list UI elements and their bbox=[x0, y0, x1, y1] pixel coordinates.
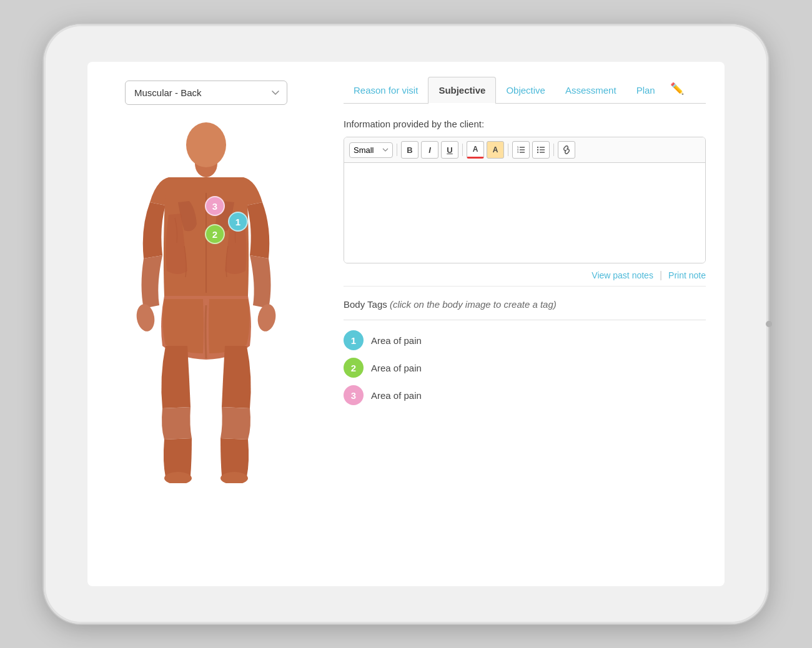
side-button bbox=[766, 321, 772, 327]
view-past-notes-link[interactable]: View past notes bbox=[592, 270, 653, 280]
tag-text-3: Area of pain bbox=[371, 390, 422, 401]
svg-point-1 bbox=[186, 122, 226, 167]
toolbar-divider-4 bbox=[553, 144, 554, 156]
tab-plan[interactable]: Plan bbox=[626, 77, 665, 103]
tablet-device: Muscular - Back Muscular - Front Skeleta… bbox=[44, 24, 768, 624]
print-note-link[interactable]: Print note bbox=[668, 270, 706, 280]
tag-item-3: 3 Area of pain bbox=[344, 385, 706, 405]
body-tags-divider bbox=[344, 320, 706, 320]
tag-text-2: Area of pain bbox=[371, 363, 422, 373]
body-image bbox=[122, 121, 290, 483]
tab-reason-for-visit[interactable]: Reason for visit bbox=[344, 77, 428, 103]
tag-badge-2[interactable]: 2 bbox=[344, 358, 364, 378]
tabs-container: Reason for visit Subjective Objective As… bbox=[344, 74, 706, 104]
text-color-button[interactable]: A bbox=[467, 141, 484, 159]
right-panel: Reason for visit Subjective Objective As… bbox=[325, 62, 725, 586]
tag-badge-1[interactable]: 1 bbox=[344, 330, 364, 350]
body-tags-section: Body Tags (click on the body image to cr… bbox=[344, 299, 706, 405]
tab-objective[interactable]: Objective bbox=[496, 77, 555, 103]
body-tags-subtitle: (click on the body image to create a tag… bbox=[390, 299, 557, 310]
tag-item-1: 1 Area of pain bbox=[344, 330, 706, 350]
toolbar-divider-2 bbox=[462, 144, 463, 156]
editor-content-area[interactable] bbox=[344, 163, 705, 263]
svg-point-16 bbox=[537, 147, 538, 148]
body-tag-3-on-image[interactable]: 3 bbox=[205, 196, 225, 216]
info-label: Information provided by the client: bbox=[344, 119, 706, 129]
unordered-list-button[interactable] bbox=[532, 141, 550, 159]
body-image-container[interactable]: 1 2 3 bbox=[112, 115, 300, 489]
svg-text:3.: 3. bbox=[517, 151, 519, 154]
text-editor: Small Normal Large Huge B I U A A bbox=[344, 137, 706, 263]
toolbar-divider-1 bbox=[397, 144, 397, 156]
link-divider: | bbox=[660, 270, 662, 281]
body-tags-title: Body Tags (click on the body image to cr… bbox=[344, 299, 706, 310]
italic-button[interactable]: I bbox=[421, 141, 438, 159]
tag-text-1: Area of pain bbox=[371, 335, 422, 346]
left-panel: Muscular - Back Muscular - Front Skeleta… bbox=[87, 62, 325, 586]
ordered-list-button[interactable]: 1. 2. 3. bbox=[512, 141, 530, 159]
highlight-button[interactable]: A bbox=[487, 141, 504, 159]
underline-button[interactable]: U bbox=[441, 141, 458, 159]
svg-point-2 bbox=[134, 303, 156, 333]
font-size-select[interactable]: Small Normal Large Huge bbox=[349, 142, 393, 158]
svg-point-3 bbox=[255, 303, 277, 333]
tag-item-2: 2 Area of pain bbox=[344, 358, 706, 378]
toolbar-divider-3 bbox=[508, 144, 508, 156]
svg-point-18 bbox=[537, 152, 538, 153]
tab-subjective[interactable]: Subjective bbox=[428, 77, 496, 104]
bold-button[interactable]: B bbox=[401, 141, 418, 159]
editor-toolbar: Small Normal Large Huge B I U A A bbox=[344, 137, 705, 163]
body-type-dropdown[interactable]: Muscular - Back Muscular - Front Skeleta… bbox=[125, 81, 287, 105]
edit-icon[interactable]: ✏️ bbox=[665, 74, 689, 103]
body-type-dropdown-container: Muscular - Back Muscular - Front Skeleta… bbox=[125, 81, 287, 105]
tablet-screen: Muscular - Back Muscular - Front Skeleta… bbox=[87, 62, 725, 586]
body-tag-2-on-image[interactable]: 2 bbox=[205, 224, 225, 244]
svg-point-17 bbox=[537, 149, 538, 150]
body-tag-1-on-image[interactable]: 1 bbox=[228, 212, 248, 232]
tab-assessment[interactable]: Assessment bbox=[555, 77, 626, 103]
tag-badge-3[interactable]: 3 bbox=[344, 385, 364, 405]
link-button[interactable] bbox=[558, 141, 575, 159]
action-links: View past notes | Print note bbox=[344, 270, 706, 287]
